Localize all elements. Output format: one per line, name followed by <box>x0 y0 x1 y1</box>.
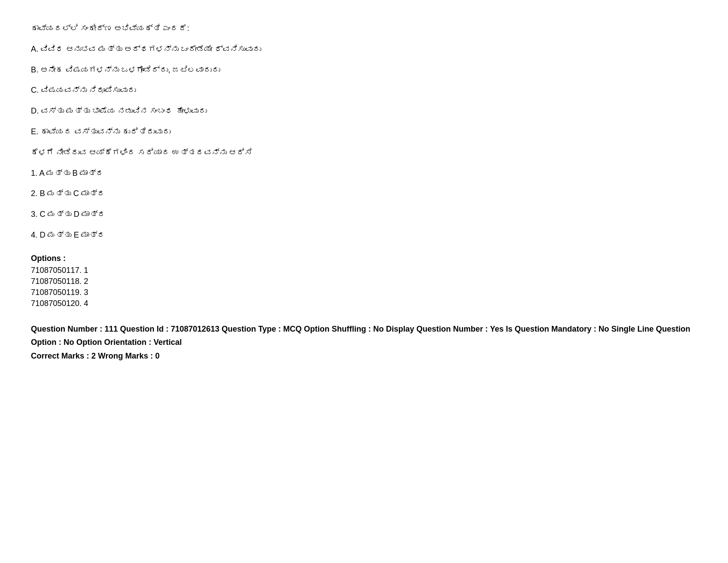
option-c: C. ವಿಷಯವನ್ನು ನಿರೂಪಿಸುವುದು <box>31 84 693 97</box>
options-label: Options : <box>31 254 693 263</box>
option-d: D. ವಸ್ತು ಮತ್ತು ಭಾಷೆಯ ನಡುವಿನ ಸಂಬಂಧ ಹೇಳುವು… <box>31 105 693 117</box>
instruction: ಕೆಳಗೆ ನೀಡಿರುವ ಆಯ್ಕೆಗಳಿಂದ ಸರಿಯಾದ ಉತ್ತರವನ್… <box>31 146 693 159</box>
option-item-3: 71087050119. 3 <box>31 288 693 297</box>
choice-1: 1. A ಮತ್ತು B ಮಾತ್ರ <box>31 167 693 180</box>
choice-2: 2. B ಮತ್ತು C ಮಾತ್ರ <box>31 187 693 200</box>
choice-3: 3. C ಮತ್ತು D ಮಾತ್ರ <box>31 208 693 221</box>
choices-list: 1. A ಮತ್ತು B ಮಾತ್ರ 2. B ಮತ್ತು C ಮಾತ್ರ 3.… <box>31 167 693 242</box>
option-a: A. ವಿವಿಧ ಆನುಭವ ಮತ್ತು ಅರ್ಥಗಳನ್ನು ಒಂದೇಡೆಯೇ… <box>31 43 693 56</box>
option-item-4: 71087050120. 4 <box>31 299 693 308</box>
option-e: E. ಕಾವ್ಯದ ವಸ್ತುವನ್ನು ಕುರಿತಿರುವುದು <box>31 125 693 138</box>
option-item-1: 71087050117. 1 <box>31 266 693 275</box>
meta-line1: Question Number : 111 Question Id : 7108… <box>31 322 693 349</box>
choice-4: 4. D ಮತ್ತು E ಮಾತ್ರ <box>31 229 693 242</box>
options-section: Options : 71087050117. 1 71087050118. 2 … <box>31 254 693 308</box>
option-b: B. ಅನೇಕ ವಿಷಯಗಳನ್ನು ಒಳಗೊಂಡಿದ್ದು, ಜಟಿಲವಾದು… <box>31 64 693 76</box>
meta-line2: Correct Marks : 2 Wrong Marks : 0 <box>31 349 693 363</box>
meta-section: Question Number : 111 Question Id : 7108… <box>31 322 693 363</box>
question-block: ಕಾವ್ಯದಲ್ಲಿ ಸಂಕೀರ್ಣ ಅಭಿವ್ಯಕ್ತಿ ಎಂದರೆ: A. … <box>31 22 693 363</box>
question-intro: ಕಾವ್ಯದಲ್ಲಿ ಸಂಕೀರ್ಣ ಅಭಿವ್ಯಕ್ತಿ ಎಂದರೆ: <box>31 22 693 35</box>
option-item-2: 71087050118. 2 <box>31 277 693 286</box>
